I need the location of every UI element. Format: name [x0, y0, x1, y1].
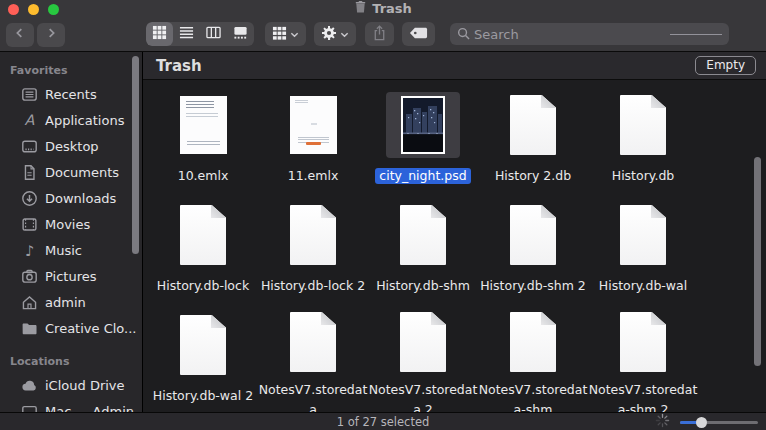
file-label: History.db-lock 2 — [261, 278, 365, 293]
sidebar-section: Favorites Recents A Applications Desktop… — [0, 60, 142, 341]
file-label: History.db-shm — [376, 278, 470, 293]
sidebar-item-creative-cloud[interactable]: Creative Clo... — [0, 315, 142, 341]
file-notesv7-storedata[interactable]: NotesV7.storedata — [258, 308, 368, 412]
document-icon — [510, 95, 556, 155]
file-label: History.db-wal 2 — [153, 388, 253, 403]
file-history-db[interactable]: History.db — [588, 88, 698, 198]
file-label: NotesV7.storedata 2 — [369, 382, 478, 412]
document-icon — [290, 205, 336, 265]
sidebar-item-pictures[interactable]: Pictures — [0, 263, 142, 289]
share-icon — [372, 25, 387, 44]
svg-text:♪: ♪ — [24, 242, 33, 259]
file-history-db-lock-2[interactable]: History.db-lock 2 — [258, 198, 368, 308]
forward-button[interactable] — [37, 23, 65, 47]
share-button[interactable] — [365, 22, 394, 46]
gallery-view-button[interactable] — [227, 22, 254, 46]
file-11-emlx[interactable]: 11.emlx — [258, 88, 368, 198]
document-icon — [510, 312, 556, 372]
toolbar: Search — [0, 17, 766, 51]
file-icon-area — [275, 88, 352, 162]
icon-view-icon — [152, 25, 167, 43]
sidebar-item-mac-admin[interactable]: Mac — Admin — [0, 398, 142, 412]
chevron-down-icon — [340, 27, 349, 42]
search-input[interactable]: Search — [450, 23, 729, 45]
search-field-line — [670, 34, 722, 35]
file-label: History.db-wal — [599, 278, 687, 293]
applications-icon: A — [20, 111, 38, 129]
file-label: NotesV7.storedata-shm — [479, 382, 588, 412]
sidebar-item-label: Movies — [45, 217, 90, 232]
sidebar-scrollbar[interactable] — [132, 56, 139, 254]
forward-icon — [44, 26, 58, 43]
image-thumbnail — [401, 96, 445, 154]
view-mode-control — [146, 22, 254, 46]
music-icon: ♪ — [20, 241, 38, 259]
document-icon — [620, 205, 666, 265]
gallery-view-icon — [233, 25, 248, 43]
sidebar-item-icloud-drive[interactable]: iCloud Drive — [0, 372, 142, 398]
file-label: 10.emlx — [178, 168, 229, 183]
file-history-2-db[interactable]: History 2.db — [478, 88, 588, 198]
file-icon-area — [165, 308, 241, 382]
sidebar-item-recents[interactable]: Recents — [0, 81, 142, 107]
cloud-icon — [20, 376, 38, 394]
back-button[interactable] — [6, 23, 34, 47]
file-notesv7-storedata-shm-2[interactable]: NotesV7.storedata-shm 2 — [588, 308, 698, 412]
sidebar-item-label: Documents — [45, 165, 119, 180]
file-city-night-psd[interactable]: city_night.psd — [368, 88, 478, 198]
sidebar-item-admin[interactable]: admin — [0, 289, 142, 315]
file-history-db-wal-2[interactable]: History.db-wal 2 — [148, 308, 258, 412]
file-label: History.db — [612, 168, 675, 183]
trash-icon — [354, 0, 367, 18]
column-view-icon — [206, 25, 221, 43]
group-button[interactable] — [265, 22, 306, 46]
folder-icon — [20, 319, 38, 337]
file-history-db-shm-2[interactable]: History.db-shm 2 — [478, 198, 588, 308]
tag-icon — [409, 26, 428, 43]
chevron-down-icon — [290, 27, 299, 42]
list-view-button[interactable] — [173, 22, 200, 46]
sidebar-item-label: Creative Clo... — [45, 321, 136, 336]
content-scrollbar[interactable] — [754, 157, 761, 366]
search-placeholder: Search — [474, 27, 519, 42]
home-icon — [20, 293, 38, 311]
minimize-button[interactable] — [28, 4, 39, 15]
sidebar-item-applications[interactable]: A Applications — [0, 107, 142, 133]
folder-title: Trash — [156, 57, 695, 75]
file-icon-area — [386, 88, 460, 162]
file-icon-area — [605, 88, 681, 162]
slider-knob[interactable] — [696, 417, 707, 428]
file-notesv7-storedata-shm[interactable]: NotesV7.storedata-shm — [478, 308, 588, 412]
sidebar-section-title: Locations — [0, 351, 142, 372]
tag-button[interactable] — [402, 22, 435, 46]
empty-trash-button[interactable]: Empty — [695, 56, 756, 75]
file-history-db-shm[interactable]: History.db-shm — [368, 198, 478, 308]
window-title: Trash — [372, 1, 412, 16]
sidebar-item-downloads[interactable]: Downloads — [0, 185, 142, 211]
file-history-db-wal[interactable]: History.db-wal — [588, 198, 698, 308]
file-history-db-lock[interactable]: History.db-lock — [148, 198, 258, 308]
sidebar-section: Locations iCloud Drive Mac — Admin — [0, 351, 142, 412]
sidebar-item-label: Pictures — [45, 269, 96, 284]
sidebar-item-movies[interactable]: Movies — [0, 211, 142, 237]
sidebar-item-documents[interactable]: Documents — [0, 159, 142, 185]
sidebar-item-label: Mac — Admin — [45, 404, 134, 413]
main-area: Favorites Recents A Applications Desktop… — [0, 52, 766, 412]
sidebar-item-desktop[interactable]: Desktop — [0, 133, 142, 159]
status-bar: 1 of 27 selected — [0, 412, 766, 430]
sidebar-item-label: Applications — [45, 113, 124, 128]
close-button[interactable] — [8, 4, 19, 15]
zoom-button[interactable] — [48, 4, 59, 15]
column-view-button[interactable] — [200, 22, 227, 46]
traffic-lights — [8, 4, 59, 15]
recents-icon — [20, 85, 38, 103]
icon-size-slider[interactable] — [680, 416, 758, 428]
action-button[interactable] — [314, 22, 356, 46]
file-notesv7-storedata-2[interactable]: NotesV7.storedata 2 — [368, 308, 478, 412]
sidebar-item-music[interactable]: ♪ Music — [0, 237, 142, 263]
file-icon-area — [385, 198, 461, 272]
file-10-emlx[interactable]: 10.emlx — [148, 88, 258, 198]
titlebar: Trash — [0, 0, 766, 17]
icon-view-button[interactable] — [146, 22, 173, 46]
pictures-icon — [20, 267, 38, 285]
